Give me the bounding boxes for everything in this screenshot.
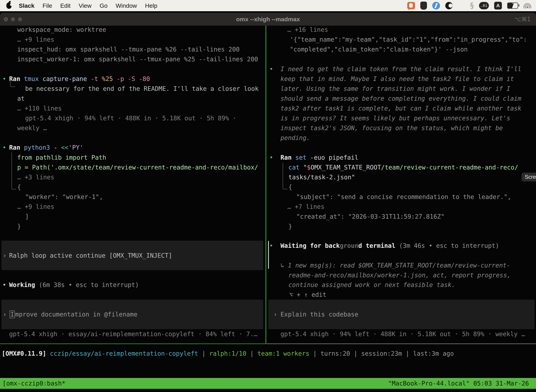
terminal-line: gpt-5.4 xhigh · 94% left · 488K in · 5.1… bbox=[281, 329, 525, 339]
terminal-line: Improve documentation in @filename bbox=[10, 309, 137, 319]
terminal-line: Ran set -euo pipefail bbox=[281, 153, 358, 163]
terminal-line: inspect_hud: omx sparkshell --tmux-pane … bbox=[17, 44, 239, 54]
python-output-connector bbox=[11, 152, 16, 190]
terminal-content: workspace_mode: worktree… +9 linesinspec… bbox=[0, 0, 536, 392]
terminal-line: cat "$OMX_TEAM_STATE_ROOT/team/review-cu… bbox=[288, 163, 518, 172]
terminal-line: [OMX#0.11.9] cczip/essay/ai-reimplementa… bbox=[2, 349, 454, 359]
terminal-line: Ran tmux capture-pane -t %25 -p -S -80 bbox=[9, 74, 150, 84]
tooltip-label: Scre bbox=[525, 174, 536, 180]
terminal-line: inspect_worker-1: omx sparkshell --tmux-… bbox=[17, 54, 258, 64]
screen-recording-indicator-icon[interactable] bbox=[407, 2, 415, 9]
terminal-line: } bbox=[17, 221, 21, 231]
terminal-line: Waiting for background terminal (3m 46s … bbox=[281, 241, 499, 251]
terminal-line: … +16 lines bbox=[287, 25, 328, 35]
terminal-line: } bbox=[288, 221, 292, 231]
terminal-line: ] bbox=[25, 212, 29, 221]
window-shortcut-hint: ⌥⌘1 bbox=[515, 16, 531, 23]
terminal-line: • bbox=[2, 143, 6, 152]
left-terminal-pane[interactable] bbox=[0, 26, 266, 344]
bolt-app-icon[interactable] bbox=[432, 2, 440, 9]
screen-share-tooltip: Scre bbox=[522, 173, 536, 182]
terminal-line: • bbox=[269, 241, 273, 251]
terminal-line: weekly … bbox=[17, 123, 47, 133]
terminal-line: › bbox=[3, 309, 6, 319]
dots-grid-icon[interactable] bbox=[458, 2, 465, 9]
terminal-line: '{"team_name":"my-team","task_id":"1","f… bbox=[290, 35, 527, 44]
terminal-line: should send a message before completing … bbox=[281, 93, 522, 103]
menu-bar: Slack File Edit View Go Window Help § ..… bbox=[0, 0, 536, 11]
terminal-line: … +3 lines bbox=[17, 172, 54, 182]
terminal-line: keep that in mind. Maybe I also need the… bbox=[281, 74, 514, 84]
terminal-line: • bbox=[2, 280, 6, 290]
terminal-line: "MacBook-Pro-44.local" 05:03 31-Mar-26 bbox=[388, 378, 529, 388]
terminal-line: • bbox=[2, 74, 6, 84]
menu-item-window[interactable]: Window bbox=[112, 2, 141, 9]
terminal-line: { bbox=[288, 182, 292, 192]
battery-badge-icon[interactable]: ..61 bbox=[479, 2, 489, 9]
terminal-line: … +9 lines bbox=[17, 202, 54, 212]
pane-divider[interactable] bbox=[266, 26, 266, 344]
wifi-icon[interactable] bbox=[523, 3, 531, 9]
terminal-line: "worker": "worker-1", bbox=[25, 192, 103, 202]
menu-item-slack[interactable]: Slack bbox=[15, 2, 38, 9]
apple-logo-icon[interactable] bbox=[6, 2, 12, 9]
menu-item-file[interactable]: File bbox=[38, 2, 56, 9]
terminal-line: ↳ 1 new msg(s): read $OMX_TEAM_STATE_ROO… bbox=[281, 261, 510, 270]
terminal-line: • bbox=[269, 64, 273, 74]
terminal-line: from pathlib import Path bbox=[17, 153, 106, 163]
terminal-line: p = Path('.omx/state/team/review-current… bbox=[17, 163, 258, 172]
menu-bar-status-icons: § ..61 A bbox=[407, 2, 531, 10]
left-pane-bottom-border bbox=[0, 344, 266, 344]
terminal-line: Working (6m 38s • esc to interrupt) bbox=[9, 280, 139, 290]
menu-item-go[interactable]: Go bbox=[96, 2, 111, 9]
menu-item-edit[interactable]: Edit bbox=[56, 2, 75, 9]
terminal-line: Ralph loop active continue [OMX_TMUX_INJ… bbox=[9, 251, 172, 261]
terminal-line: is in progress? It seems likely but perh… bbox=[281, 113, 510, 123]
terminal-line: { bbox=[17, 182, 21, 192]
cat-output-connector bbox=[282, 163, 287, 189]
terminal-line: "created_at": "2026-03-31T11:59:27.816Z" bbox=[296, 212, 445, 221]
terminal-line: › bbox=[273, 309, 277, 319]
terminal-line: [omx-cczip0:bash* bbox=[2, 378, 65, 388]
terminal-line: Ran python3 - <<'PY' bbox=[9, 143, 83, 152]
terminal-line: I need to get the claim token from the c… bbox=[281, 64, 522, 74]
right-pane-bottom-border bbox=[266, 344, 536, 344]
input-source-icon[interactable]: A bbox=[494, 2, 502, 9]
terminal-line: at bbox=[17, 93, 25, 103]
terminal-line: Explain this codebase bbox=[281, 309, 358, 319]
terminal-line: gpt-5.4 xhigh · essay/ai-reimplementatio… bbox=[9, 329, 258, 339]
terminal-line: › bbox=[3, 251, 6, 261]
terminal-line: later. Using the same for transition mig… bbox=[281, 84, 510, 93]
terminal-line: … +7 lines bbox=[287, 202, 325, 212]
queue-indicator-bar bbox=[268, 241, 269, 269]
terminal-line: "subject": "send a concise recommendatio… bbox=[296, 192, 511, 202]
terminal-line: continue assigned work or next feasible … bbox=[288, 280, 455, 290]
terminal-line: ⌥ + ↑ edit bbox=[289, 290, 326, 300]
terminal-line: … +9 lines bbox=[17, 35, 54, 44]
terminal-line: be necessary for the end of the README. … bbox=[25, 84, 259, 93]
moon-toggle-icon[interactable] bbox=[445, 2, 453, 9]
terminal-line: inspect task2's JSON, focusing on the st… bbox=[281, 123, 503, 133]
menu-item-help[interactable]: Help bbox=[141, 2, 161, 9]
terminal-line: "completed","claim_token":"claim-token"}… bbox=[290, 44, 468, 54]
terminal-line: … +110 lines bbox=[17, 103, 62, 113]
window-title: omx --xhigh --madmax bbox=[0, 16, 536, 23]
terminal-line: • bbox=[269, 153, 273, 163]
terminal-line: task2 after task1 is complete, but can I… bbox=[281, 103, 522, 113]
squiggle-app-icon[interactable]: § bbox=[470, 2, 474, 9]
terminal-line: gpt-5.4 xhigh · 94% left · 488K in · 5.1… bbox=[25, 113, 236, 123]
terminal-line: pending. bbox=[281, 133, 310, 143]
menu-item-view[interactable]: View bbox=[75, 2, 96, 9]
terminal-line: workspace_mode: worktree bbox=[17, 25, 106, 35]
window-title-bar[interactable]: omx --xhigh --madmax ⌥⌘1 bbox=[0, 13, 536, 26]
terminal-line: tasks/task-2.json" bbox=[288, 172, 355, 182]
terminal-line: readme-and-reco/mailbox/worker-1.json, a… bbox=[288, 270, 511, 280]
battery-charging-icon[interactable] bbox=[507, 2, 518, 9]
privacy-shield-icon[interactable] bbox=[420, 2, 427, 10]
